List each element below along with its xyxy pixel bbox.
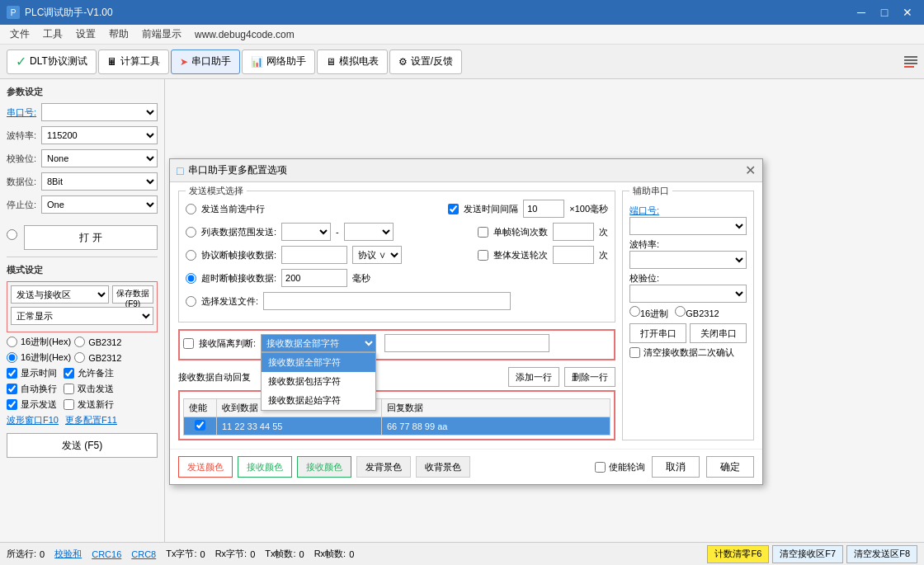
maximize-button[interactable]: □ [874, 4, 894, 21]
menu-file[interactable]: 文件 [3, 26, 36, 43]
whole-body-input[interactable] [553, 246, 594, 264]
assist-open-btn[interactable]: 打开串口 [629, 323, 686, 343]
timeout-recv-radio[interactable] [186, 273, 196, 284]
baud-select[interactable]: 115200 [41, 126, 158, 144]
range-end-select[interactable] [344, 223, 394, 241]
recv-separate-select[interactable]: 接收数据全部字符 接收数据包括字符 接收数据起始字符 [261, 334, 376, 352]
assist-port-select[interactable] [629, 217, 747, 235]
gb2-radio[interactable] [74, 352, 85, 363]
settings-label: 设置/反馈 [411, 54, 453, 68]
app-icon: P [7, 6, 20, 19]
gb1-radio[interactable] [74, 337, 85, 347]
display-select[interactable]: 正常显示 [11, 307, 153, 325]
recv-separate-input[interactable] [384, 334, 549, 352]
recv-color-button1[interactable]: 接收颜色 [238, 456, 292, 478]
settings-button[interactable]: ⚙ 设置/反馈 [389, 49, 462, 74]
meter-sim-button[interactable]: 🖥 模拟电表 [317, 49, 388, 74]
assist-baud-select[interactable] [629, 251, 747, 269]
send-recv-select[interactable]: 发送与接收区 [11, 285, 109, 304]
table-row[interactable]: 11 22 33 44 55 66 77 88 99 aa [184, 417, 610, 436]
save-data-button[interactable]: 保存数据(F9) [112, 285, 153, 304]
calc-tool-button[interactable]: 🖩 计算工具 [98, 49, 169, 74]
data-select[interactable]: 8Bit [41, 172, 158, 191]
more-config-link[interactable]: 更多配置F11 [65, 414, 117, 426]
send-range-radio[interactable] [186, 227, 196, 238]
crc16-link[interactable]: CRC16 [92, 549, 121, 559]
dropdown-item-all[interactable]: 接收数据全部字符 [262, 353, 375, 372]
dropdown-item-start[interactable]: 接收数据起始字符 [262, 391, 375, 410]
protocol-recv-label: 协议断帧接收数据: [201, 249, 276, 261]
recv-separate-check[interactable] [183, 338, 194, 349]
assist-baud-label: 波特率: [629, 239, 659, 249]
port-label[interactable]: 串口号: [7, 106, 38, 119]
gb1-label: GB2312 [88, 337, 121, 347]
assist-hex-radio[interactable] [629, 306, 640, 317]
dialog-close-button[interactable]: ✕ [745, 162, 756, 178]
menu-tools[interactable]: 工具 [36, 26, 69, 43]
file-path-input[interactable] [263, 292, 511, 310]
minimize-button[interactable]: ─ [851, 4, 871, 21]
protocol-select[interactable]: 协议 ∨ [352, 246, 402, 264]
enable-polling-check[interactable] [595, 462, 606, 473]
stop-select[interactable]: One [41, 195, 158, 214]
dlt-test-button[interactable]: ✓ DLT协议测试 [7, 49, 97, 74]
file-send-radio[interactable] [186, 296, 196, 307]
recv-color-button2[interactable]: 接收颜色 [297, 456, 351, 478]
whole-body-check[interactable] [478, 250, 488, 261]
delete-row-button[interactable]: 删除一行 [564, 367, 615, 387]
send-current-radio[interactable] [186, 204, 196, 214]
dbl-click-send-check[interactable] [64, 384, 74, 394]
checksum-link[interactable]: 校验和 [54, 548, 82, 560]
serial-assist-button[interactable]: ➤ 串口助手 [171, 49, 240, 74]
clear-send-button[interactable]: 清空发送区F8 [846, 545, 917, 563]
hex1-radio[interactable] [7, 337, 17, 347]
check-select[interactable]: None [41, 149, 158, 167]
menu-settings[interactable]: 设置 [69, 26, 102, 43]
assist-port-label[interactable]: 端口号: [629, 205, 659, 215]
auto-wrap-check[interactable] [7, 384, 17, 394]
tx-frames-label: Tx帧数: [265, 548, 295, 560]
send-color-button[interactable]: 发送颜色 [178, 456, 233, 478]
show-time-check[interactable] [7, 368, 17, 379]
row-enable-check[interactable] [195, 420, 205, 431]
timeout-recv-label: 超时断帧接收数据: [201, 272, 276, 285]
ok-button[interactable]: 确定 [706, 456, 754, 478]
dropdown-item-include[interactable]: 接收数据包括字符 [262, 372, 375, 391]
timeout-unit: 毫秒 [352, 272, 370, 285]
param-section-title: 参数设定 [7, 86, 158, 98]
send-interval-check[interactable] [448, 204, 459, 214]
crc8-link[interactable]: CRC8 [131, 549, 156, 559]
port-select[interactable] [41, 103, 158, 121]
send-interval-label: 发送时间间隔 [464, 203, 518, 215]
single-frame-input[interactable] [553, 223, 594, 241]
assist-check-select[interactable] [629, 285, 747, 303]
recv-bg-color-button[interactable]: 收背景色 [416, 456, 470, 478]
range-start-select[interactable] [281, 223, 331, 241]
clear-count-button[interactable]: 计数清零F6 [707, 545, 769, 563]
hex2-radio[interactable] [7, 352, 17, 363]
open-port-button[interactable]: 打 开 [24, 225, 158, 250]
single-frame-check[interactable] [478, 227, 488, 238]
menu-help[interactable]: 帮助 [102, 26, 135, 43]
network-assist-button[interactable]: 📊 网络助手 [242, 49, 315, 74]
clear-recv-button[interactable]: 清空接收区F7 [772, 545, 843, 563]
menu-website[interactable]: www.debug4code.com [188, 27, 301, 42]
send-f5-button[interactable]: 发送 (F5) [7, 433, 158, 458]
allow-note-check[interactable] [64, 368, 74, 379]
assist-clear-check[interactable] [629, 347, 640, 358]
protocol-input[interactable] [281, 246, 347, 264]
assist-gb-radio[interactable] [675, 306, 686, 317]
cancel-button[interactable]: 取消 [652, 456, 700, 478]
protocol-recv-radio[interactable] [186, 250, 196, 261]
close-button[interactable]: ✕ [898, 4, 917, 21]
send-newline-check[interactable] [64, 399, 74, 410]
menu-frontend[interactable]: 前端显示 [135, 26, 188, 43]
waveform-link[interactable]: 波形窗口F10 [7, 414, 59, 426]
assist-close-btn[interactable]: 关闭串口 [690, 323, 747, 343]
timeout-input[interactable] [281, 269, 347, 287]
send-interval-input[interactable] [523, 200, 564, 218]
show-send-check[interactable] [7, 399, 17, 410]
add-row-button[interactable]: 添加一行 [508, 367, 559, 387]
bg-color-button[interactable]: 发背景色 [356, 456, 411, 478]
port-radio[interactable] [7, 229, 17, 240]
